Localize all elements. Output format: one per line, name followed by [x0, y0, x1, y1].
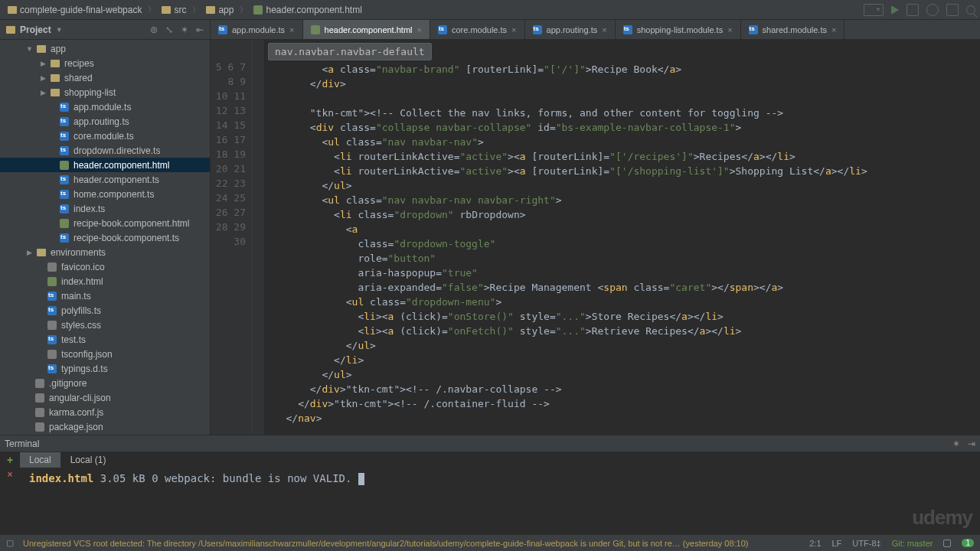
- ts-icon: [533, 25, 542, 34]
- tree-item[interactable]: ▶favicon.ico: [0, 259, 210, 274]
- tree-arrow-icon[interactable]: ▶: [40, 60, 46, 67]
- line-separator[interactable]: LF: [832, 539, 842, 548]
- chevron-right-icon: 〉: [192, 5, 200, 15]
- editor-breadcrumb[interactable]: nav.navbar.navbar-default: [268, 43, 432, 60]
- terminal-output[interactable]: index.html 3.05 kB 0 webpack: bundle is …: [20, 468, 980, 534]
- ts-icon: [438, 25, 447, 34]
- tree-arrow-icon[interactable]: ▼: [26, 45, 32, 53]
- build-config-dropdown[interactable]: ▼: [864, 4, 884, 16]
- tree-item-label: typings.d.ts: [61, 364, 108, 374]
- tree-item[interactable]: ▶shopping-list: [0, 85, 210, 99]
- search-icon[interactable]: [966, 5, 975, 15]
- tree-item[interactable]: ▶home.component.ts: [0, 187, 210, 201]
- terminal-tabs: LocalLocal (1): [20, 452, 980, 468]
- terminal-tab[interactable]: Local: [20, 452, 61, 468]
- editor-tab[interactable]: core.module.ts×: [430, 20, 525, 39]
- tree-item[interactable]: ▶header.component.html: [0, 158, 210, 172]
- close-terminal-icon[interactable]: ×: [7, 469, 12, 480]
- tree-item[interactable]: ▶recipe-book.component.ts: [0, 230, 210, 245]
- ts-icon: [60, 117, 69, 126]
- tree-item[interactable]: ▶tsconfig.json: [0, 347, 210, 361]
- git-branch[interactable]: Git: master: [892, 539, 933, 548]
- tree-item-label: environments: [51, 247, 106, 258]
- terminal-settings-icon[interactable]: ✶: [952, 439, 960, 449]
- tree-item-label: .gitignore: [49, 378, 87, 389]
- tree-item[interactable]: ▶main.ts: [0, 289, 210, 303]
- generic-icon: [35, 393, 44, 403]
- close-tab-icon[interactable]: ×: [511, 25, 516, 34]
- editor-tabs: app.module.ts×header.component.html×core…: [211, 20, 980, 40]
- debug-icon[interactable]: [906, 4, 919, 16]
- scroll-from-source-icon[interactable]: ⊚: [150, 24, 158, 35]
- breadcrumb-segment[interactable]: header.component.html: [250, 4, 364, 16]
- tree-item[interactable]: ▶header.component.ts: [0, 172, 210, 187]
- ts-icon: [60, 233, 69, 243]
- tree-item[interactable]: ▶styles.css: [0, 318, 210, 332]
- run-icon[interactable]: [891, 5, 899, 15]
- breadcrumb-segment[interactable]: src: [158, 4, 189, 16]
- collapse-all-icon[interactable]: ⤡: [165, 24, 173, 35]
- close-tab-icon[interactable]: ×: [727, 25, 732, 34]
- tree-item[interactable]: ▶test.ts: [0, 332, 210, 347]
- tree-item-label: main.ts: [61, 291, 91, 302]
- status-message[interactable]: Unregistered VCS root detected: The dire…: [23, 539, 748, 548]
- editor-tab[interactable]: header.component.html×: [303, 20, 430, 39]
- tree-item[interactable]: ▶package.json: [0, 419, 210, 434]
- tree-item[interactable]: ▶recipe-book.component.html: [0, 216, 210, 230]
- tree-item[interactable]: ▶polyfills.ts: [0, 303, 210, 318]
- tree-item[interactable]: ▶.gitignore: [0, 376, 210, 390]
- tree-item[interactable]: ▶environments: [0, 245, 210, 259]
- terminal-tab[interactable]: Local (1): [61, 452, 116, 468]
- tree-item[interactable]: ▶dropdown.directive.ts: [0, 143, 210, 158]
- editor-tab[interactable]: shared.module.ts×: [741, 20, 845, 39]
- tree-item[interactable]: ▶index.ts: [0, 201, 210, 216]
- generic-icon: [47, 350, 57, 359]
- close-tab-icon[interactable]: ×: [417, 25, 422, 34]
- terminal-title[interactable]: Terminal: [5, 439, 39, 449]
- tree-item[interactable]: ▼app: [0, 41, 210, 56]
- editor-area: app.module.ts×header.component.html×core…: [211, 20, 980, 435]
- project-scope-dropdown[interactable]: Project ▼: [6, 24, 63, 35]
- tree-item-label: styles.css: [61, 320, 101, 331]
- tree-item[interactable]: ▶typings.d.ts: [0, 361, 210, 376]
- caret-position[interactable]: 2:1: [809, 539, 821, 548]
- editor-tab[interactable]: app.routing.ts×: [525, 20, 616, 39]
- breadcrumb-segment[interactable]: complete-guide-final-webpack: [5, 4, 145, 16]
- close-tab-icon[interactable]: ×: [831, 25, 836, 34]
- tree-arrow-icon[interactable]: ▶: [40, 89, 46, 96]
- tree-item[interactable]: ▶recipes: [0, 56, 210, 70]
- readonly-lock-icon[interactable]: [943, 540, 951, 547]
- tree-item[interactable]: ▶shared: [0, 70, 210, 85]
- ts-icon: [47, 292, 57, 301]
- breadcrumb-segment[interactable]: app: [203, 4, 237, 16]
- html-icon: [47, 277, 57, 286]
- tree-item[interactable]: ▶index.html: [0, 274, 210, 289]
- notifications-badge[interactable]: 1: [962, 539, 974, 547]
- tree-arrow-icon[interactable]: ▶: [40, 74, 46, 82]
- close-tab-icon[interactable]: ×: [602, 25, 606, 34]
- new-terminal-icon[interactable]: +: [7, 454, 13, 466]
- coverage-icon[interactable]: [926, 4, 939, 16]
- tree-arrow-icon[interactable]: ▶: [26, 249, 32, 256]
- tree-item[interactable]: ▶karma.conf.js: [0, 405, 210, 419]
- html-icon: [253, 5, 263, 15]
- tree-item-label: shared: [64, 73, 93, 83]
- folder-icon: [37, 249, 46, 256]
- tree-item[interactable]: ▶core.module.ts: [0, 129, 210, 143]
- tree-item[interactable]: ▶angular-cli.json: [0, 390, 210, 405]
- hide-icon[interactable]: ⇤: [196, 24, 204, 35]
- settings-icon[interactable]: ✶: [181, 24, 188, 35]
- status-toggle-icon[interactable]: ▢: [6, 538, 14, 548]
- stop-icon[interactable]: [946, 4, 959, 16]
- tree-item[interactable]: ▶app.routing.ts: [0, 114, 210, 129]
- tree-item-label: app: [51, 44, 66, 54]
- editor-tab[interactable]: app.module.ts×: [211, 20, 303, 39]
- project-tree[interactable]: ▼app▶recipes▶shared▶shopping-list▶app.mo…: [0, 40, 210, 435]
- editor-tab[interactable]: shopping-list.module.ts×: [616, 20, 741, 39]
- ts-icon: [47, 306, 57, 315]
- terminal-hide-icon[interactable]: ⇥: [968, 439, 975, 449]
- file-encoding[interactable]: UTF-8‡: [852, 539, 880, 548]
- tree-item[interactable]: ▶app.module.ts: [0, 99, 210, 114]
- code-editor[interactable]: nav.navbar.navbar-default <a class="navb…: [263, 40, 980, 435]
- close-tab-icon[interactable]: ×: [289, 25, 294, 34]
